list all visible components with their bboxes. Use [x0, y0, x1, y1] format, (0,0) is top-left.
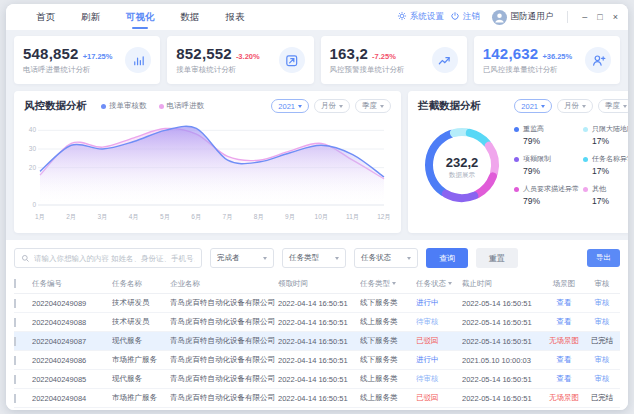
- select-label: 完成者: [217, 253, 240, 263]
- legend-text: 任务名称异常: [592, 154, 628, 164]
- stat-card-top: 548,852+17.25%: [23, 45, 125, 62]
- donut-legend-item-quota-limit: 项额限制79%: [514, 154, 579, 176]
- chevron-down-icon: [339, 105, 343, 108]
- area-chart-legend: 接单审核数电话呼进数: [101, 101, 204, 111]
- cell-deadline: 2022-05-14 16:50:51: [462, 337, 544, 346]
- maximize-button[interactable]: □: [597, 13, 602, 22]
- legend-label: 电话呼进数: [167, 101, 205, 111]
- svg-text:20: 20: [29, 164, 37, 171]
- cell-company: 青岛虎百特自动化设备有限公司: [170, 336, 278, 346]
- header-id: 任务编号: [32, 279, 112, 289]
- nav-item-data[interactable]: 数据: [181, 5, 200, 30]
- audit-link[interactable]: 审核: [588, 355, 620, 365]
- select-all-checkbox[interactable]: [14, 279, 16, 288]
- row-checkbox[interactable]: [14, 318, 16, 327]
- user-menu[interactable]: 国防通用户: [492, 10, 554, 25]
- scene-link[interactable]: 查看: [544, 355, 588, 365]
- table-row[interactable]: 2022040249086市场推广服务青岛虎百特自动化设备有限公司2022-04…: [14, 351, 620, 370]
- row-checkbox[interactable]: [14, 337, 16, 346]
- legend-label: 接单审核数: [109, 101, 147, 111]
- cell-task-type: 线下服务类: [360, 336, 416, 346]
- search-input[interactable]: [34, 254, 195, 263]
- cell-receive-time: 2022-04-14 16:50:51: [278, 356, 360, 365]
- cell-task-status: 进行中: [416, 355, 462, 365]
- table-row[interactable]: 2022040249084市场推广服务青岛虎百特自动化设备有限公司2022-04…: [14, 389, 620, 408]
- stat-card-main: 163,2-7.25%风控预警接单统计分析: [330, 45, 432, 75]
- stat-value: 852,552: [176, 45, 232, 62]
- task-table: 任务编号任务名称企业名称领取时间任务类型任务状态截止时间场景图审核2022040…: [6, 274, 628, 408]
- intercept-filter-quarter[interactable]: 季度: [598, 99, 628, 113]
- reset-button[interactable]: 重置: [476, 248, 518, 268]
- dashboard-zone: 548,852+17.25%电话呼进量统计分析852,552-3.20%接单审核…: [6, 30, 628, 233]
- stat-card-top: 142,632+36.25%: [483, 45, 585, 62]
- cell-task-status: 已驳回: [416, 336, 462, 346]
- table-row[interactable]: 2022040249085现代服务青岛虎百特自动化设备有限公司2022-04-1…: [14, 370, 620, 389]
- svg-text:7月: 7月: [223, 213, 233, 221]
- nav-item-refresh[interactable]: 刷新: [81, 5, 100, 30]
- row-checkbox-cell: [14, 394, 32, 403]
- sort-caret-icon[interactable]: [448, 282, 452, 285]
- cell-task-name: 现代服务: [112, 374, 170, 384]
- intercept-panel-header: 拦截数据分析 2021月份季度: [418, 99, 628, 113]
- svg-text:10月: 10月: [315, 213, 329, 221]
- risk-filter-year[interactable]: 2021: [271, 99, 309, 113]
- risk-filter-quarter[interactable]: 季度: [355, 99, 391, 113]
- close-button[interactable]: ×: [613, 13, 618, 22]
- intercept-filter-month[interactable]: 月份: [557, 99, 593, 113]
- row-checkbox-cell: [14, 356, 32, 365]
- query-button[interactable]: 查询: [426, 248, 468, 268]
- cell-task-status: 待审核: [416, 317, 462, 327]
- header-checkbox-cell: [14, 279, 32, 288]
- scene-link[interactable]: 查看: [544, 317, 588, 327]
- cell-task-status: 已驳回: [416, 393, 462, 403]
- scene-link[interactable]: 查看: [544, 298, 588, 308]
- row-checkbox[interactable]: [14, 394, 16, 403]
- table-row[interactable]: 2022040249087现代服务青岛虎百特自动化设备有限公司2022-04-1…: [14, 332, 620, 351]
- stat-label: 已风控接单量统计分析: [483, 65, 585, 75]
- table-row[interactable]: 2022040249089技术研发员青岛虎百特自动化设备有限公司2022-04-…: [14, 294, 620, 313]
- cell-receive-time: 2022-04-14 16:50:51: [278, 318, 360, 327]
- svg-text:5月: 5月: [160, 213, 170, 221]
- row-checkbox-cell: [14, 318, 32, 327]
- select-completer[interactable]: 完成者: [210, 248, 274, 268]
- logout-button[interactable]: 注销: [450, 11, 480, 23]
- audit-link[interactable]: 审核: [588, 317, 620, 327]
- stat-card-risk-controlled: 142,632+36.25%已风控接单量统计分析: [474, 36, 620, 84]
- legend-text: 重监高: [523, 124, 544, 134]
- row-checkbox[interactable]: [14, 375, 16, 384]
- divider: [567, 11, 568, 23]
- select-label: 任务类型: [289, 253, 319, 263]
- legend-text: 其他: [592, 184, 606, 194]
- search-icon: [21, 249, 30, 267]
- stat-delta: +36.25%: [542, 52, 572, 61]
- svg-text:3月: 3月: [97, 213, 107, 221]
- table-row[interactable]: 2022040249088技术研发员青岛虎百特自动化设备有限公司2022-04-…: [14, 313, 620, 332]
- risk-filter-month[interactable]: 月份: [314, 99, 350, 113]
- select-task-status[interactable]: 任务状态: [354, 248, 418, 268]
- nav-item-home[interactable]: 首页: [36, 5, 55, 30]
- audit-link[interactable]: 审核: [588, 298, 620, 308]
- select-task-type[interactable]: 任务类型: [282, 248, 346, 268]
- nav-item-reports[interactable]: 报表: [226, 5, 245, 30]
- donut-chart: 232,2数据展示: [418, 121, 506, 209]
- export-button[interactable]: 导出: [587, 249, 620, 267]
- scene-link[interactable]: 查看: [544, 374, 588, 384]
- audit-link[interactable]: 审核: [588, 374, 620, 384]
- filter-label: 2021: [278, 102, 295, 111]
- row-checkbox[interactable]: [14, 356, 16, 365]
- risk-panel-header: 风控数据分析 接单审核数电话呼进数 2021月份季度: [24, 99, 391, 113]
- row-checkbox[interactable]: [14, 299, 16, 308]
- nav-item-visualization[interactable]: 可视化: [126, 5, 155, 30]
- cell-company: 青岛虎百特自动化设备有限公司: [170, 374, 278, 384]
- content-area: 548,852+17.25%电话呼进量统计分析852,552-3.20%接单审核…: [6, 30, 628, 410]
- cell-task-type: 线下服务类: [360, 355, 416, 365]
- sort-caret-icon[interactable]: [392, 282, 396, 285]
- stat-label: 接单审核统计分析: [176, 65, 278, 75]
- cell-deadline: 2022-05-14 16:50:51: [462, 394, 544, 403]
- donut-legend-item-task-name-abnormal: 任务名称异常17%: [583, 154, 628, 176]
- minimize-button[interactable]: –: [582, 13, 587, 22]
- system-settings-button[interactable]: 系统设置: [397, 11, 444, 23]
- legend-percentage: 17%: [592, 166, 628, 176]
- intercept-filter-year[interactable]: 2021: [514, 99, 552, 113]
- svg-text:6月: 6月: [191, 213, 201, 221]
